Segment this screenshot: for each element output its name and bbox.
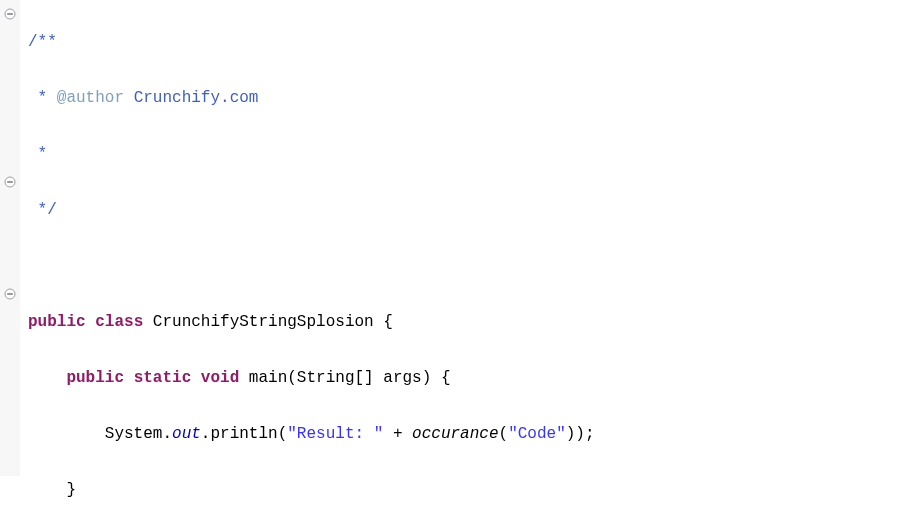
fold-marker[interactable] bbox=[0, 280, 20, 308]
gutter bbox=[0, 0, 20, 476]
code-line: public class CrunchifyStringSplosion { bbox=[28, 308, 595, 336]
code-line: */ bbox=[28, 196, 595, 224]
code-area[interactable]: /** * @author Crunchify.com * */ public … bbox=[20, 0, 595, 518]
code-line: * bbox=[28, 140, 595, 168]
code-line: System.out.println("Result: " + occuranc… bbox=[28, 420, 595, 448]
fold-marker[interactable] bbox=[0, 168, 20, 196]
fold-marker[interactable] bbox=[0, 0, 20, 28]
code-line bbox=[28, 252, 595, 280]
code-line: /** bbox=[28, 28, 595, 56]
fold-minus-icon bbox=[4, 288, 16, 300]
code-editor: /** * @author Crunchify.com * */ public … bbox=[0, 0, 914, 518]
fold-minus-icon bbox=[4, 176, 16, 188]
code-line: } bbox=[28, 476, 595, 504]
fold-minus-icon bbox=[4, 8, 16, 20]
code-line: public static void main(String[] args) { bbox=[28, 364, 595, 392]
code-line: * @author Crunchify.com bbox=[28, 84, 595, 112]
